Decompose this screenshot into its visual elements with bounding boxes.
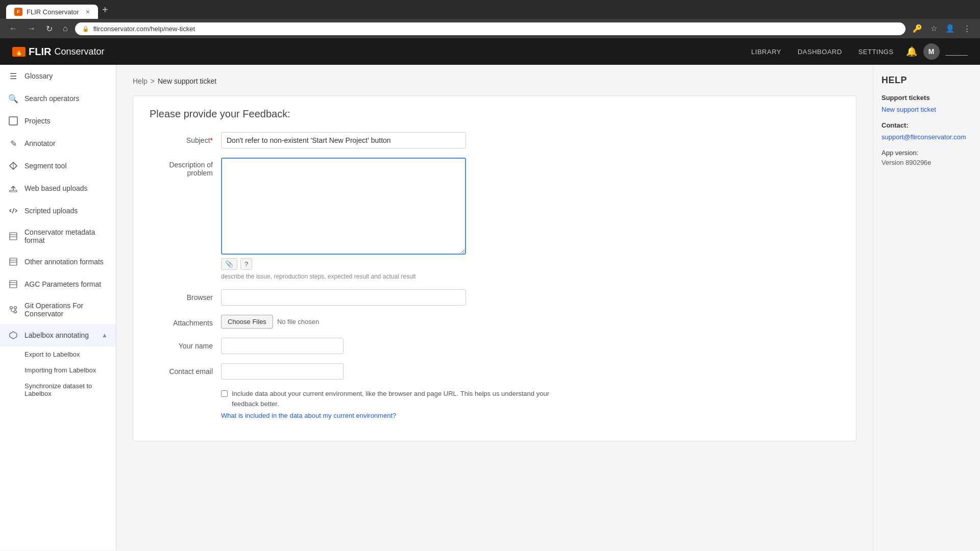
other-annotation-icon	[8, 257, 18, 267]
profile-button[interactable]: 👤	[942, 22, 958, 35]
nav-dashboard[interactable]: DASHBOARD	[798, 48, 842, 56]
page-title: Please provide your Feedback:	[150, 108, 840, 120]
browser-label: Browser	[150, 289, 221, 302]
bell-icon[interactable]: 🔔	[906, 46, 917, 57]
home-button[interactable]: ⌂	[60, 23, 71, 34]
username-label: ______	[946, 48, 968, 56]
refresh-button[interactable]: ↻	[43, 23, 56, 35]
svg-point-14	[14, 311, 17, 313]
sidebar-item-scripted-uploads[interactable]: Scripted uploads	[0, 199, 116, 222]
projects-icon	[8, 116, 18, 126]
right-panel-title: HELP	[881, 75, 972, 86]
contact-email-label: Contact email	[150, 363, 221, 375]
bookmark-button[interactable]: 🔑	[910, 22, 925, 35]
contact-section: Contact: support@flirconservator.com	[881, 121, 972, 141]
chevron-up-icon: ▲	[102, 332, 108, 339]
contact-email-input[interactable]	[221, 363, 344, 380]
app-version-value: Version 890296e	[881, 159, 972, 166]
subject-row: Subject*	[150, 132, 840, 148]
sidebar-item-glossary[interactable]: ☰ Glossary	[0, 65, 116, 87]
checkbox-row: Include data about your current environm…	[221, 389, 558, 409]
description-textarea[interactable]	[221, 158, 466, 255]
subject-label: Subject*	[150, 132, 221, 144]
sidebar-label-git-operations: Git Operations For Conservator	[24, 302, 108, 318]
attachment-toolbar-btn[interactable]: 📎	[221, 258, 237, 270]
app-version-section: App version: Version 890296e	[881, 149, 972, 166]
sidebar-item-search-operators[interactable]: 🔍 Search operators	[0, 87, 116, 110]
contact-email-control	[221, 363, 344, 380]
search-icon: 🔍	[8, 93, 18, 104]
sidebar-item-web-uploads[interactable]: Web based uploads	[0, 177, 116, 199]
contact-email-row: Contact email	[150, 363, 840, 380]
breadcrumb: Help > New support ticket	[133, 77, 856, 85]
sidebar-item-projects[interactable]: Projects	[0, 110, 116, 132]
extensions-button[interactable]: ⋮	[960, 22, 974, 35]
logo-flir: FLIR	[29, 46, 51, 58]
breadcrumb-help-link[interactable]: Help	[133, 77, 148, 85]
tab-title: FLIR Conservator	[27, 8, 79, 16]
sidebar-item-conservator-metadata[interactable]: Conservator metadata format	[0, 222, 116, 251]
sidebar-label-agc-parameters: AGC Parameters format	[24, 280, 101, 288]
contact-email-display: support@flirconservator.com	[881, 133, 972, 141]
sidebar-item-other-annotation[interactable]: Other annotation formats	[0, 251, 116, 273]
sidebar-item-segment-tool[interactable]: Segment tool	[0, 155, 116, 177]
browser-tabs: F FLIR Conservator × +	[6, 4, 974, 19]
sidebar-sub-item-synchronize-dataset[interactable]: Synchronize dataset to Labelbox	[0, 378, 116, 402]
what-included-link[interactable]: What is included in the data about my cu…	[221, 412, 396, 419]
conservator-metadata-icon	[8, 231, 18, 241]
segment-tool-icon	[8, 161, 18, 171]
browser-chrome: F FLIR Conservator × +	[0, 0, 980, 19]
nav-library[interactable]: LIBRARY	[751, 48, 781, 56]
sidebar-item-agc-parameters[interactable]: AGC Parameters format	[0, 273, 116, 295]
git-operations-icon	[8, 305, 18, 315]
choose-files-button[interactable]: Choose Files	[221, 315, 273, 329]
browser-toolbar: ← → ↻ ⌂ 🔒 flirconservator.com/help/new-t…	[0, 19, 980, 38]
attachments-control: Choose Files No file chosen	[221, 315, 466, 329]
feedback-card: Please provide your Feedback: Subject* D…	[133, 95, 856, 441]
sidebar-label-web-uploads: Web based uploads	[24, 184, 88, 192]
tab-close-icon[interactable]: ×	[86, 8, 90, 16]
labelbox-icon	[8, 330, 18, 340]
sidebar-item-annotator[interactable]: ✎ Annotator	[0, 132, 116, 155]
svg-rect-7	[10, 258, 17, 265]
env-data-checkbox[interactable]	[221, 390, 228, 397]
sidebar-label-scripted-uploads: Scripted uploads	[24, 207, 78, 215]
description-label: Description of problem	[150, 158, 221, 177]
your-name-row: Your name	[150, 338, 840, 354]
subject-input[interactable]	[221, 132, 466, 148]
browser-input[interactable]	[221, 289, 466, 306]
flir-flame-icon: 🔥	[12, 47, 26, 57]
right-panel: HELP Support tickets New support ticket …	[873, 65, 980, 550]
star-button[interactable]: ☆	[927, 22, 940, 35]
sidebar-sub-item-importing-labelbox[interactable]: Importing from Labelbox	[0, 362, 116, 378]
back-button[interactable]: ←	[6, 23, 20, 34]
checkbox-label: Include data about your current environm…	[232, 389, 558, 409]
address-bar[interactable]: 🔒 flirconservator.com/help/new-ticket	[75, 22, 905, 35]
avatar[interactable]: M	[923, 43, 940, 60]
svg-point-15	[14, 307, 17, 309]
new-ticket-link[interactable]: New support ticket	[881, 106, 972, 113]
no-file-text: No file chosen	[277, 318, 319, 325]
checkbox-spacer	[150, 389, 221, 393]
browser-tab[interactable]: F FLIR Conservator ×	[6, 5, 98, 19]
sidebar-item-labelbox-annotating[interactable]: Labelbox annotating ▲	[0, 324, 116, 346]
textarea-toolbar: 📎 ?	[221, 258, 466, 270]
logo-conservator: Conservator	[54, 46, 104, 57]
sidebar-label-conservator-metadata: Conservator metadata format	[24, 228, 108, 244]
sidebar-item-git-operations[interactable]: Git Operations For Conservator	[0, 295, 116, 324]
content-area: Help > New support ticket Please provide…	[116, 65, 873, 550]
description-row: Description of problem 📎 ? describe the …	[150, 158, 840, 280]
support-tickets-section-title: Support tickets	[881, 94, 972, 102]
attachments-row: Choose Files No file chosen	[221, 315, 466, 329]
forward-button[interactable]: →	[24, 23, 39, 34]
help-toolbar-btn[interactable]: ?	[240, 258, 252, 270]
new-tab-button[interactable]: +	[98, 4, 112, 19]
svg-marker-17	[10, 332, 17, 339]
nav-settings[interactable]: SETTINGS	[859, 48, 894, 56]
sidebar-sub-item-export-labelbox[interactable]: Export to Labelbox	[0, 346, 116, 362]
svg-rect-2	[10, 190, 17, 192]
your-name-input[interactable]	[221, 338, 344, 354]
header-right: 🔔 M ______	[906, 43, 968, 60]
description-hint: describe the issue, reproduction steps, …	[221, 273, 466, 280]
support-tickets-section: Support tickets New support ticket	[881, 94, 972, 113]
